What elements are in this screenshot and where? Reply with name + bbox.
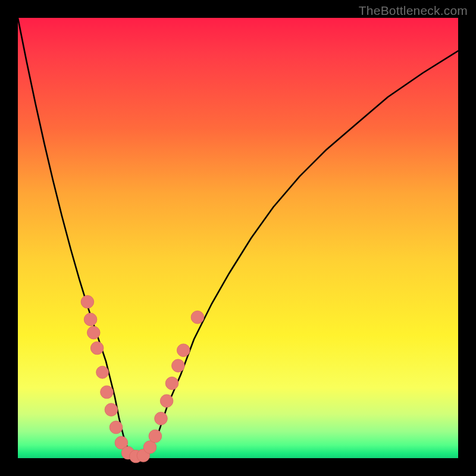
data-marker bbox=[105, 403, 118, 416]
data-marker bbox=[177, 344, 190, 357]
data-marker bbox=[149, 430, 162, 443]
chart-frame: TheBottleneck.com bbox=[0, 0, 476, 476]
data-marker bbox=[191, 311, 204, 324]
data-marker bbox=[155, 412, 168, 425]
data-marker bbox=[109, 421, 123, 434]
data-marker bbox=[172, 359, 185, 372]
data-marker bbox=[84, 313, 97, 326]
data-marker bbox=[90, 342, 104, 355]
watermark-text: TheBottleneck.com bbox=[359, 4, 468, 18]
data-marker bbox=[160, 394, 173, 408]
data-marker bbox=[81, 295, 94, 308]
bottleneck-curve bbox=[18, 18, 458, 458]
data-marker bbox=[96, 366, 109, 378]
curve-svg bbox=[18, 18, 458, 458]
data-marker bbox=[165, 377, 178, 390]
data-marker bbox=[87, 326, 100, 339]
data-markers bbox=[81, 295, 204, 462]
plot-area bbox=[18, 18, 458, 458]
data-marker bbox=[101, 386, 114, 399]
